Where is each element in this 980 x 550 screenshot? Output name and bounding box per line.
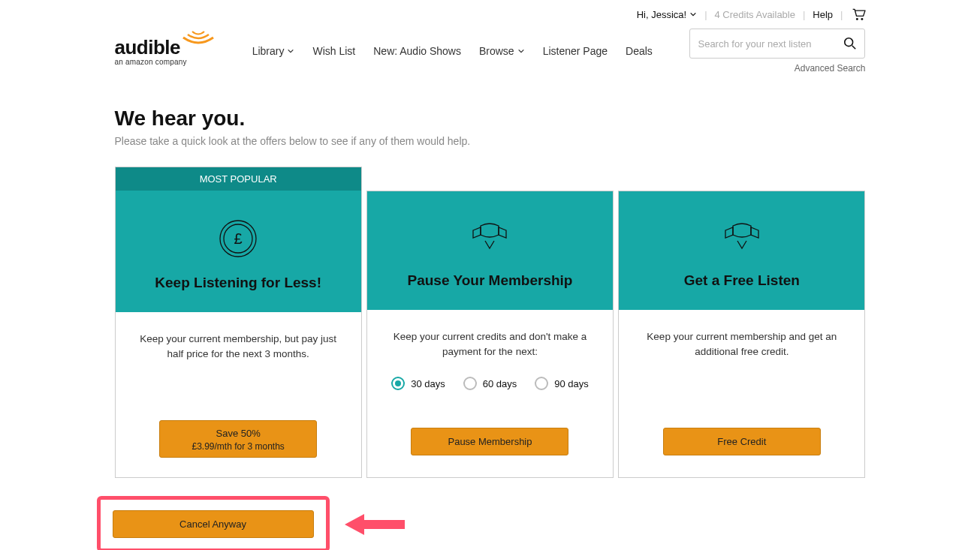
- svg-point-1: [861, 18, 863, 20]
- divider: |: [803, 9, 805, 20]
- search-icon[interactable]: [843, 37, 857, 50]
- greeting-text: Hi, Jessica!: [637, 9, 686, 20]
- radio-label: 30 days: [411, 378, 445, 389]
- pause-duration-radios: 30 days 60 days 90 days: [385, 377, 595, 390]
- nav-wish-list[interactable]: Wish List: [312, 45, 355, 57]
- ribbon-badge-icon: [721, 218, 763, 257]
- annotation-arrow-icon: [345, 511, 405, 538]
- save-50-button[interactable]: Save 50% £3.99/mth for 3 months: [159, 420, 317, 458]
- card-desc: Keep your current membership and get an …: [637, 329, 846, 359]
- nav-label: Library: [252, 45, 285, 57]
- main-nav: Library Wish List New: Audio Shows Brows…: [252, 45, 653, 57]
- svg-point-0: [855, 18, 858, 20]
- credits-text: 4 Credits Available: [715, 9, 795, 20]
- page-subtitle: Please take a quick look at the offers b…: [115, 135, 866, 147]
- svg-point-2: [845, 38, 853, 47]
- topbar: Hi, Jessica! | 4 Credits Available | Hel…: [115, 0, 866, 26]
- offer-card-keep-listening: MOST POPULAR £ Keep Listening for Less! …: [115, 167, 362, 478]
- brand-name: audible: [115, 36, 181, 59]
- svg-marker-7: [345, 514, 405, 535]
- divider: |: [704, 9, 707, 20]
- help-link[interactable]: Help: [813, 9, 833, 20]
- card-title: Pause Your Membership: [375, 272, 605, 289]
- nav-library[interactable]: Library: [252, 45, 295, 57]
- offer-card-pause: Pause Your Membership Keep your current …: [366, 191, 614, 478]
- audible-swoosh-icon: [182, 30, 215, 51]
- headline-block: We hear you. Please take a quick look at…: [115, 107, 866, 147]
- radio-30-days[interactable]: 30 days: [391, 377, 445, 390]
- free-credit-button[interactable]: Free Credit: [663, 428, 821, 455]
- card-title: Get a Free Listen: [626, 272, 857, 289]
- nav-deals[interactable]: Deals: [626, 45, 653, 57]
- nav-listener-page[interactable]: Listener Page: [543, 45, 608, 57]
- cancel-anyway-button[interactable]: Cancel Anyway: [113, 510, 314, 538]
- account-menu[interactable]: Hi, Jessica!: [637, 9, 697, 20]
- cancel-highlight: Cancel Anyway: [97, 496, 330, 550]
- cancel-box: Cancel Anyway: [97, 496, 330, 550]
- radio-90-days[interactable]: 90 days: [535, 377, 589, 390]
- radio-60-days[interactable]: 60 days: [463, 377, 517, 390]
- offer-card-free-listen: Get a Free Listen Keep your current memb…: [618, 191, 865, 478]
- radio-label: 60 days: [483, 378, 517, 389]
- radio-label: 90 days: [554, 378, 589, 389]
- pause-membership-button[interactable]: Pause Membership: [411, 428, 568, 455]
- nav-new[interactable]: New: Audio Shows: [373, 45, 461, 57]
- pound-coin-icon: £: [217, 218, 259, 260]
- search-input[interactable]: [698, 38, 843, 50]
- radio-icon: [391, 377, 405, 390]
- nav-label: Browse: [479, 45, 514, 57]
- nav-browse[interactable]: Browse: [479, 45, 525, 57]
- btn-line-1: Save 50%: [216, 428, 261, 439]
- card-desc: Keep your current membership, but pay ju…: [134, 332, 343, 361]
- page-title: We hear you.: [115, 107, 866, 131]
- radio-icon: [535, 377, 548, 390]
- card-title: Keep Listening for Less!: [123, 275, 354, 291]
- brand-tagline: an amazon company: [115, 58, 216, 66]
- chevron-down-icon: [287, 47, 294, 55]
- btn-line-2: £3.99/mth for 3 months: [160, 440, 316, 452]
- svg-line-3: [852, 46, 856, 49]
- divider: |: [840, 9, 843, 20]
- search-box: [689, 29, 865, 59]
- chevron-down-icon: [517, 47, 525, 55]
- chevron-down-icon: [689, 11, 697, 18]
- cart-icon[interactable]: [851, 8, 866, 21]
- advanced-search-link[interactable]: Advanced Search: [795, 63, 866, 74]
- svg-text:£: £: [234, 230, 243, 247]
- card-desc: Keep your current credits and don't make…: [385, 329, 595, 359]
- logo[interactable]: audible an amazon company: [115, 36, 216, 66]
- ribbon-badge-icon: [469, 218, 511, 257]
- radio-icon: [463, 377, 477, 390]
- most-popular-badge: MOST POPULAR: [116, 167, 361, 191]
